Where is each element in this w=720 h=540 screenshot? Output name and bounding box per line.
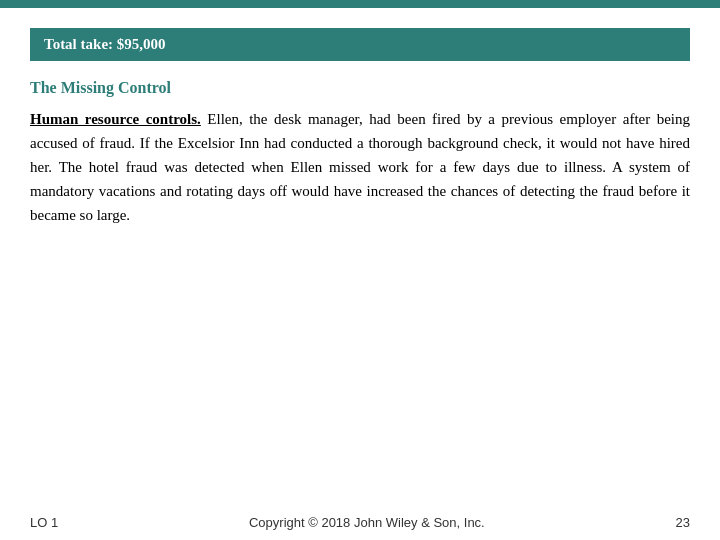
content-area: Total take: $95,000 The Missing Control … [0, 8, 720, 540]
footer-left: LO 1 [30, 515, 58, 530]
footer: LO 1 Copyright © 2018 John Wiley & Son, … [0, 515, 720, 530]
footer-center: Copyright © 2018 John Wiley & Son, Inc. [249, 515, 485, 530]
header-bar [0, 0, 720, 8]
title-box: Total take: $95,000 [30, 28, 690, 61]
section-heading: The Missing Control [30, 79, 690, 97]
bold-label: Human resource controls. [30, 111, 201, 127]
body-text-content: Ellen, the desk manager, had been fired … [30, 111, 690, 223]
body-paragraph: Human resource controls. Ellen, the desk… [30, 107, 690, 227]
title-text: Total take: $95,000 [44, 36, 166, 52]
slide-container: Total take: $95,000 The Missing Control … [0, 0, 720, 540]
footer-right: 23 [676, 515, 690, 530]
